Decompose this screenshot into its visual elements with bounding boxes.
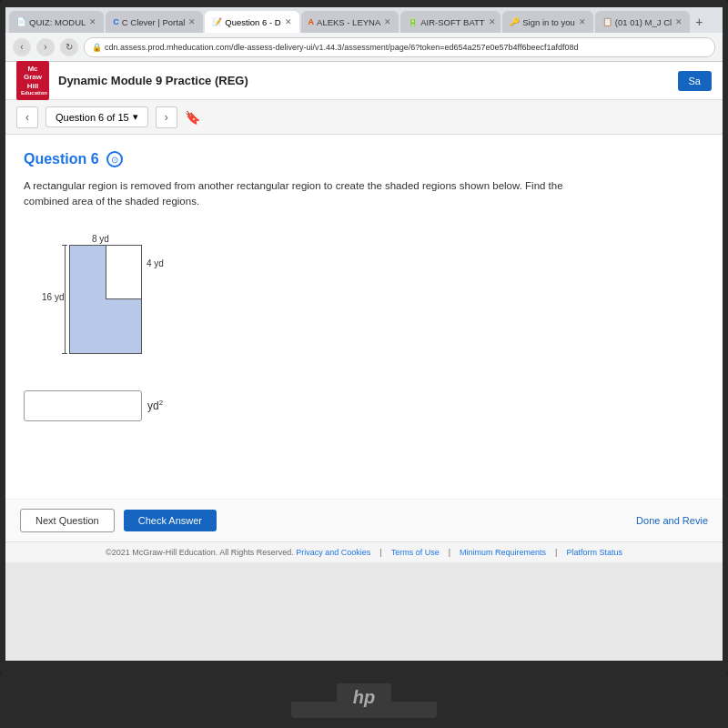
prev-question-button[interactable]: ‹ <box>16 106 38 128</box>
bottom-bar: Next Question Check Answer Done and Revi… <box>5 499 723 541</box>
tab-aleks[interactable]: A ALEKS - LEYNA ✕ <box>301 11 399 33</box>
tab-label-question6: Question 6 - D <box>225 17 280 27</box>
tab-close-clever[interactable]: ✕ <box>188 17 196 26</box>
diagram-top-dimension: 8 yd <box>92 234 109 244</box>
next-question-nav-button[interactable]: › <box>156 106 177 128</box>
platform-link[interactable]: Platform Status <box>566 548 622 557</box>
tab-mj[interactable]: 📋 (01 01) M_J Cl ✕ <box>595 11 690 33</box>
tab-icon-mj: 📋 <box>602 17 612 26</box>
diagram-left-dim-tick-bottom <box>62 353 67 354</box>
unit-label: yd2 <box>147 399 163 412</box>
tab-label-clever: C Clever | Portal <box>122 17 186 27</box>
unit-text: yd <box>147 399 159 412</box>
forward-button[interactable]: › <box>36 38 55 56</box>
min-req-link[interactable]: Minimum Requirements <box>460 548 546 557</box>
new-tab-button[interactable]: + <box>692 11 706 33</box>
tab-label-airsoft: AIR-SOFT BATT <box>420 17 484 27</box>
page-header: Mc Graw Hill Education Dynamic Module 9 … <box>5 62 723 100</box>
monitor-bezel: 📄 QUIZ: MODUL ✕ C C Clever | Portal ✕ 📝 … <box>0 0 728 673</box>
diagram-area: 8 yd 4 yd 16 yd <box>42 227 224 372</box>
tab-label-aleks: ALEKS - LEYNA <box>317 17 380 27</box>
unit-exponent: 2 <box>159 399 163 407</box>
done-and-review-button[interactable]: Done and Revie <box>636 515 708 526</box>
monitor-stand: hp <box>0 673 728 728</box>
answer-input[interactable] <box>24 390 142 421</box>
logo-line1: Mc <box>21 65 45 74</box>
save-button[interactable]: Sa <box>678 71 712 91</box>
bookmark-icon[interactable]: 🔖 <box>185 110 200 125</box>
browser-tabs: 📄 QUIZ: MODUL ✕ C C Clever | Portal ✕ 📝 … <box>5 7 723 33</box>
tab-icon-quiz: 📄 <box>16 17 26 26</box>
tab-airsoft[interactable]: 🔋 AIR-SOFT BATT ✕ <box>400 11 500 33</box>
privacy-link[interactable]: Privacy and Cookies <box>296 548 370 557</box>
diagram-right-dimension: 4 yd <box>147 258 164 268</box>
tab-label-signin: Sign in to you <box>522 17 575 27</box>
tab-close-airsoft[interactable]: ✕ <box>489 17 496 26</box>
diagram-left-dim-line <box>65 245 66 354</box>
hp-logo: hp <box>353 687 375 708</box>
chevron-down-icon: ▾ <box>133 111 138 123</box>
tab-close-quiz[interactable]: ✕ <box>89 17 96 26</box>
diagram-left-dim-tick-top <box>62 245 67 246</box>
footer-links: Privacy and Cookies | Terms of Use | Min… <box>296 548 622 557</box>
diagram-inner-cutout <box>106 245 142 299</box>
logo-line4: Education <box>21 90 45 96</box>
mcgraw-logo: Mc Graw Hill Education <box>16 61 49 101</box>
tab-icon-signin: 🔑 <box>510 17 520 26</box>
tab-label-mj: (01 01) M_J Cl <box>615 17 672 27</box>
tab-close-mj[interactable]: ✕ <box>675 17 682 26</box>
answer-area: yd2 <box>24 390 704 421</box>
tab-close-question6[interactable]: ✕ <box>285 17 292 26</box>
page-footer: ©2021 McGraw-Hill Education. All Rights … <box>5 541 723 562</box>
tab-icon-clever: C <box>113 17 119 26</box>
tab-close-aleks[interactable]: ✕ <box>384 17 391 26</box>
question-header: Question 6 ⊙ <box>24 151 704 167</box>
main-content: Question 6 ⊙ A rectangular region is rem… <box>5 135 723 499</box>
terms-link[interactable]: Terms of Use <box>391 548 440 557</box>
diagram-left-dimension: 16 yd <box>42 292 64 302</box>
question-number-label: Question 6 <box>24 151 99 167</box>
question-selector-label: Question 6 of 15 <box>56 112 129 123</box>
question-text: A rectangular region is removed from ano… <box>24 178 606 210</box>
question-selector[interactable]: Question 6 of 15 ▾ <box>46 106 148 127</box>
tab-signin[interactable]: 🔑 Sign in to you ✕ <box>502 11 593 33</box>
logo-line3: Hill <box>21 82 45 91</box>
tab-close-signin[interactable]: ✕ <box>579 17 586 26</box>
url-text: cdn.assess.prod.mheducation.com/dle-asse… <box>105 43 578 52</box>
tab-icon-aleks: A <box>308 17 315 26</box>
reload-button[interactable]: ↻ <box>60 38 78 56</box>
logo-line2: Graw <box>21 73 45 82</box>
info-icon[interactable]: ⊙ <box>106 151 123 167</box>
question-nav-bar: ‹ Question 6 of 15 ▾ › 🔖 <box>5 100 723 135</box>
tab-icon-airsoft: 🔋 <box>408 17 418 26</box>
tab-label-quiz: QUIZ: MODUL <box>29 17 86 27</box>
address-bar: ‹ › ↻ 🔒 cdn.assess.prod.mheducation.com/… <box>5 33 723 62</box>
page-title: Dynamic Module 9 Practice (REG) <box>58 74 248 87</box>
tab-quiz[interactable]: 📄 QUIZ: MODUL ✕ <box>9 11 104 33</box>
copyright-text: ©2021 McGraw-Hill Education. All Rights … <box>106 548 294 557</box>
next-question-button[interactable]: Next Question <box>20 509 115 532</box>
back-button[interactable]: ‹ <box>13 38 31 56</box>
check-answer-button[interactable]: Check Answer <box>124 510 217 531</box>
lock-icon: 🔒 <box>92 43 102 52</box>
tab-clever[interactable]: C C Clever | Portal ✕ <box>106 11 203 33</box>
url-bar[interactable]: 🔒 cdn.assess.prod.mheducation.com/dle-as… <box>84 37 715 57</box>
tab-question6[interactable]: 📝 Question 6 - D ✕ <box>205 11 298 33</box>
screen: 📄 QUIZ: MODUL ✕ C C Clever | Portal ✕ 📝 … <box>5 7 723 661</box>
tab-icon-question6: 📝 <box>212 17 222 26</box>
